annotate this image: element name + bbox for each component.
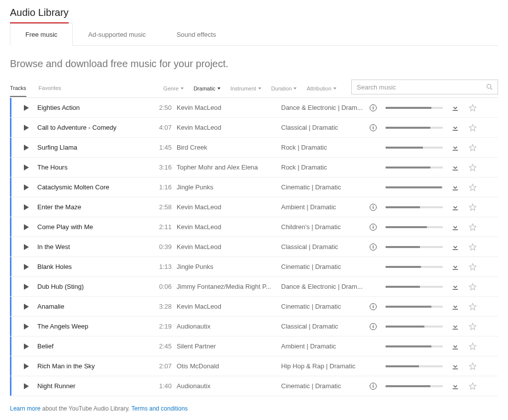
attribution-cell: i: [366, 204, 381, 211]
track-duration: 1:40: [152, 382, 177, 390]
tab-free-music[interactable]: Free music: [10, 23, 73, 46]
svg-marker-4: [469, 144, 476, 151]
favorite-button[interactable]: [465, 282, 480, 291]
track-artist: Kevin MacLeod: [177, 243, 281, 251]
play-button[interactable]: [20, 184, 32, 190]
download-button[interactable]: [445, 163, 465, 172]
play-button[interactable]: [20, 204, 32, 210]
favorite-button[interactable]: [465, 322, 480, 331]
favorite-button[interactable]: [465, 143, 480, 152]
play-button[interactable]: [20, 383, 32, 389]
download-button[interactable]: [445, 203, 465, 212]
play-icon: [24, 184, 29, 190]
row-accent: [10, 336, 11, 356]
favorite-button[interactable]: [465, 262, 480, 271]
favorite-button[interactable]: [465, 342, 480, 351]
play-button[interactable]: [20, 304, 32, 310]
attribution-icon[interactable]: i: [370, 104, 377, 111]
popularity-bar: [381, 107, 445, 109]
play-icon: [24, 145, 29, 151]
attribution-icon[interactable]: i: [370, 244, 377, 251]
track-title: Enter the Maze: [32, 203, 152, 211]
track-duration: 0:39: [152, 243, 177, 251]
favorite-button[interactable]: [465, 302, 480, 311]
track-artist: Kevin MacLeod: [177, 303, 281, 310]
download-button[interactable]: [445, 183, 465, 192]
favorite-button[interactable]: [465, 243, 480, 252]
popularity-bar: [381, 306, 445, 308]
play-icon: [24, 363, 29, 369]
play-button[interactable]: [20, 145, 32, 151]
download-button[interactable]: [445, 282, 465, 291]
play-button[interactable]: [20, 165, 32, 170]
play-button[interactable]: [20, 324, 32, 330]
genre-dropdown[interactable]: Genre: [163, 81, 184, 96]
search-input[interactable]: [356, 83, 486, 91]
attribution-icon[interactable]: i: [370, 383, 377, 390]
play-button[interactable]: [20, 264, 32, 270]
attribution-dropdown[interactable]: Attribution: [306, 81, 336, 96]
play-icon: [24, 343, 29, 349]
attribution-icon[interactable]: i: [370, 323, 377, 330]
track-tags: Ambient | Dramatic: [281, 203, 366, 211]
attribution-icon[interactable]: i: [370, 224, 377, 231]
instrument-dropdown[interactable]: Instrument: [230, 81, 261, 96]
search-icon[interactable]: [486, 83, 494, 91]
favorite-button[interactable]: [465, 203, 480, 212]
play-button[interactable]: [20, 125, 32, 131]
track-artist: Bird Creek: [177, 144, 281, 151]
track-duration: 4:07: [152, 124, 177, 131]
favorite-button[interactable]: [465, 123, 480, 132]
track-duration: 2:45: [152, 342, 177, 350]
svg-marker-7: [469, 204, 476, 210]
mood-dropdown[interactable]: Dramatic: [194, 81, 220, 96]
tab-sound-effects[interactable]: Sound effects: [161, 23, 231, 45]
favorite-button[interactable]: [465, 163, 480, 172]
download-button[interactable]: [445, 382, 465, 391]
caret-down-icon: [333, 87, 336, 89]
attribution-icon[interactable]: i: [370, 303, 377, 310]
attribution-icon[interactable]: i: [370, 124, 377, 131]
favorite-button[interactable]: [465, 223, 480, 232]
download-button[interactable]: [445, 243, 465, 252]
attribution-icon[interactable]: i: [370, 204, 377, 211]
play-icon: [24, 383, 29, 389]
download-button[interactable]: [445, 123, 465, 132]
track-duration: 1:16: [152, 183, 177, 191]
filter-tab-favorites[interactable]: Favorites: [39, 80, 61, 97]
download-button[interactable]: [445, 362, 465, 371]
download-button[interactable]: [445, 103, 465, 112]
favorite-button[interactable]: [465, 362, 480, 371]
play-button[interactable]: [20, 284, 32, 290]
download-button[interactable]: [445, 342, 465, 351]
download-button[interactable]: [445, 262, 465, 271]
popularity-bar: [381, 385, 445, 387]
learn-more-link[interactable]: Learn more: [10, 405, 40, 412]
popularity-bar: [381, 286, 445, 288]
track-row: Call to Adventure - Comedy4:07Kevin MacL…: [10, 118, 498, 138]
favorite-button[interactable]: [465, 382, 480, 391]
download-button[interactable]: [445, 223, 465, 232]
track-tags: Cinematic | Dramatic: [281, 263, 366, 270]
favorite-button[interactable]: [465, 103, 480, 112]
play-button[interactable]: [20, 343, 32, 349]
play-button[interactable]: [20, 105, 32, 111]
download-button[interactable]: [445, 143, 465, 152]
play-icon: [24, 304, 29, 310]
svg-marker-2: [469, 104, 476, 111]
filter-tab-tracks[interactable]: Tracks: [10, 80, 26, 97]
tab-ad-supported[interactable]: Ad-supported music: [73, 23, 161, 45]
row-accent: [10, 237, 11, 256]
play-button[interactable]: [20, 244, 32, 250]
row-accent: [10, 177, 11, 197]
play-button[interactable]: [20, 224, 32, 230]
duration-dropdown[interactable]: Duration: [271, 81, 297, 96]
favorite-button[interactable]: [465, 183, 480, 192]
track-row: Rich Man in the Sky2:07Otis McDonaldHip …: [10, 356, 498, 376]
download-button[interactable]: [445, 302, 465, 311]
terms-link[interactable]: Terms and conditions: [131, 405, 188, 412]
svg-marker-5: [469, 164, 476, 170]
download-button[interactable]: [445, 322, 465, 331]
track-title: In the West: [32, 243, 152, 251]
play-button[interactable]: [20, 363, 32, 369]
